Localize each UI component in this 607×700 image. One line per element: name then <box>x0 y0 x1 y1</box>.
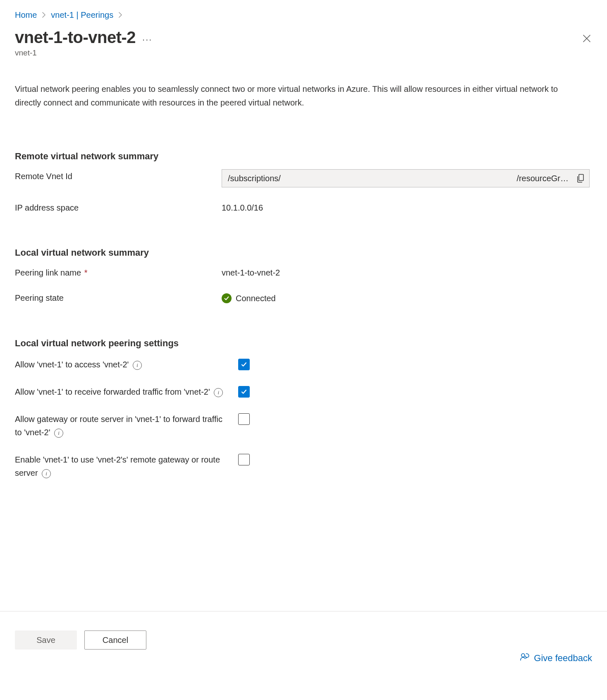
section-remote-heading: Remote virtual network summary <box>15 151 592 162</box>
checkbox-allow-access[interactable] <box>238 359 250 370</box>
description-text: Virtual network peering enables you to s… <box>15 82 581 110</box>
setting-row-allow-gateway: Allow gateway or route server in 'vnet-1… <box>15 412 592 439</box>
info-icon[interactable]: i <box>42 469 51 478</box>
peering-state-value: Connected <box>222 291 592 303</box>
svg-point-1 <box>521 654 525 657</box>
footer-divider <box>0 611 607 611</box>
save-button[interactable]: Save <box>15 630 77 650</box>
breadcrumb: Home vnet-1 | Peerings <box>15 3 592 25</box>
info-icon[interactable]: i <box>214 388 223 397</box>
setting-label: Allow 'vnet-1' to access 'vnet-2' i <box>15 358 228 371</box>
page-subtitle: vnet-1 <box>15 48 592 58</box>
setting-row-use-remote-gateway: Enable 'vnet-1' to use 'vnet-2's' remote… <box>15 453 592 479</box>
success-icon <box>222 293 232 303</box>
setting-label: Enable 'vnet-1' to use 'vnet-2's' remote… <box>15 453 228 479</box>
copy-icon[interactable] <box>572 170 589 187</box>
checkbox-use-remote-gateway[interactable] <box>238 454 250 465</box>
section-settings-heading: Local virtual network peering settings <box>15 338 592 349</box>
peering-link-name-label: Peering link name * <box>15 266 222 278</box>
info-icon[interactable]: i <box>133 361 142 370</box>
breadcrumb-home[interactable]: Home <box>15 8 37 22</box>
info-icon[interactable]: i <box>54 429 63 438</box>
setting-row-allow-access: Allow 'vnet-1' to access 'vnet-2' i <box>15 358 592 371</box>
section-local-heading: Local virtual network summary <box>15 247 592 258</box>
breadcrumb-separator <box>118 8 122 22</box>
more-actions-icon[interactable]: ··· <box>142 28 152 44</box>
remote-vnet-id-label: Remote Vnet Id <box>15 169 222 181</box>
setting-row-receive-forwarded: Allow 'vnet-1' to receive forwarded traf… <box>15 385 592 398</box>
feedback-icon <box>520 652 530 664</box>
remote-vnet-id-field: /subscriptions/ /resourceGr… <box>222 169 590 187</box>
breadcrumb-separator <box>42 8 46 22</box>
footer-actions: Save Cancel <box>15 630 592 650</box>
checkbox-allow-gateway[interactable] <box>238 413 250 425</box>
setting-label: Allow gateway or route server in 'vnet-1… <box>15 412 228 439</box>
peering-link-name-value: vnet-1-to-vnet-2 <box>222 266 592 278</box>
svg-rect-0 <box>579 175 583 181</box>
page-title: vnet-1-to-vnet-2 <box>15 28 136 47</box>
breadcrumb-peerings[interactable]: vnet-1 | Peerings <box>51 8 113 22</box>
give-feedback-link[interactable]: Give feedback <box>520 652 592 664</box>
checkbox-receive-forwarded[interactable] <box>238 386 250 398</box>
remote-vnet-id-value-start: /subscriptions/ <box>222 174 284 183</box>
ip-space-label: IP address space <box>15 201 222 213</box>
ip-space-value: 10.1.0.0/16 <box>222 201 592 213</box>
peering-state-label: Peering state <box>15 291 222 303</box>
remote-vnet-id-value-end: /resourceGr… <box>516 174 572 183</box>
setting-label: Allow 'vnet-1' to receive forwarded traf… <box>15 385 228 398</box>
cancel-button[interactable]: Cancel <box>84 630 146 650</box>
close-button[interactable] <box>582 34 591 45</box>
